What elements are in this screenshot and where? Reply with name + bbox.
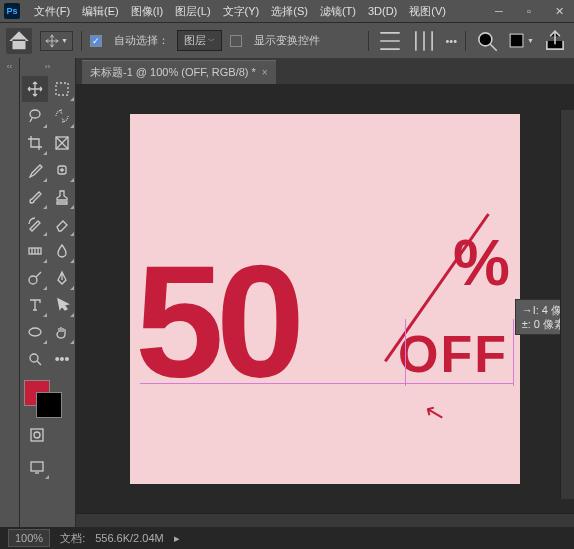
more-icon[interactable]: ••• [445,35,457,47]
show-transform-checkbox[interactable] [230,35,242,47]
svg-point-0 [479,32,492,45]
canvas[interactable]: 50 % OFF →I: 4 像素±: 0 像素 ↖ [130,114,520,484]
background-color[interactable] [36,392,62,418]
move-tool[interactable] [22,76,48,102]
horizontal-scrollbar[interactable] [76,513,574,527]
frame-tool[interactable] [49,130,75,156]
crop-tool[interactable] [22,130,48,156]
distribute-button[interactable] [411,28,437,54]
pen-tool[interactable] [49,265,75,291]
marquee-tool[interactable] [49,76,75,102]
close-tab-icon[interactable]: × [262,67,268,78]
blur-tool[interactable] [49,238,75,264]
collapse-panel-icon[interactable]: ‹‹ [0,58,19,74]
svg-rect-2 [56,83,68,95]
zoom-tool[interactable] [22,346,48,372]
close-button[interactable]: ✕ [544,0,574,22]
doc-size-value: 556.6K/2.04M [95,532,164,544]
menu-image[interactable]: 图像(I) [125,4,169,19]
history-brush-tool[interactable] [22,211,48,237]
menu-view[interactable]: 视图(V) [403,4,452,19]
hand-tool[interactable] [49,319,75,345]
dodge-tool[interactable] [22,265,48,291]
tab-title: 未标题-1 @ 100% (OFF, RGB/8) * [90,65,256,80]
type-tool[interactable] [22,292,48,318]
text-50: 50 [135,229,297,413]
svg-rect-1 [510,34,523,47]
separator [81,31,82,51]
svg-rect-9 [31,429,43,441]
chevron-down-icon: ▼ [61,37,68,44]
gradient-tool[interactable] [22,238,48,264]
auto-select-label: 自动选择： [114,33,169,48]
quick-select-tool[interactable] [49,103,75,129]
vertical-scrollbar[interactable] [560,110,574,499]
menu-3d[interactable]: 3D(D) [362,5,403,17]
svg-rect-11 [31,462,43,471]
menu-filter[interactable]: 滤镜(T) [314,4,362,19]
svg-point-8 [30,354,38,362]
smart-guide-h [140,383,514,384]
stamp-tool[interactable] [49,184,75,210]
zoom-level[interactable]: 100% [8,529,50,547]
toolbox-expand-icon[interactable]: ›› [20,58,75,74]
svg-point-6 [29,276,37,284]
quickmask-button[interactable] [24,422,50,448]
align-button[interactable] [377,28,403,54]
svg-point-10 [34,432,40,438]
annotation-arrow: ↖ [422,396,449,428]
doc-size-label: 文档: [60,531,85,546]
auto-select-target[interactable]: 图层﹀ [177,30,222,51]
path-select-tool[interactable] [49,292,75,318]
separator [368,31,369,51]
eyedropper-tool[interactable] [22,157,48,183]
separator [465,31,466,51]
svg-point-7 [29,328,41,336]
edit-toolbar[interactable]: ••• [49,346,75,372]
eraser-tool[interactable] [49,211,75,237]
screenmode-button[interactable] [24,454,50,480]
tool-preset[interactable]: ▼ [40,31,73,51]
arrange-button[interactable]: ▼ [508,28,534,54]
chevron-down-icon: ﹀ [208,36,215,46]
status-menu-icon[interactable]: ▸ [174,532,180,545]
minimize-button[interactable]: ─ [484,0,514,22]
lasso-tool[interactable] [22,103,48,129]
menu-edit[interactable]: 编辑(E) [76,4,125,19]
share-button[interactable] [542,28,568,54]
menu-type[interactable]: 文字(Y) [217,4,266,19]
menu-select[interactable]: 选择(S) [265,4,314,19]
show-transform-label: 显示变换控件 [254,33,320,48]
ellipse-tool[interactable] [22,319,48,345]
home-button[interactable] [6,28,32,54]
app-logo: Ps [4,3,20,19]
text-off[interactable]: OFF [398,324,508,384]
menu-file[interactable]: 文件(F) [28,4,76,19]
healing-tool[interactable] [49,157,75,183]
auto-select-checkbox[interactable] [90,35,102,47]
menu-layer[interactable]: 图层(L) [169,4,216,19]
search-button[interactable] [474,28,500,54]
document-tab[interactable]: 未标题-1 @ 100% (OFF, RGB/8) * × [82,60,276,84]
brush-tool[interactable] [22,184,48,210]
smart-guide-v [405,319,406,386]
maximize-button[interactable]: ▫ [514,0,544,22]
text-percent: % [453,226,510,300]
